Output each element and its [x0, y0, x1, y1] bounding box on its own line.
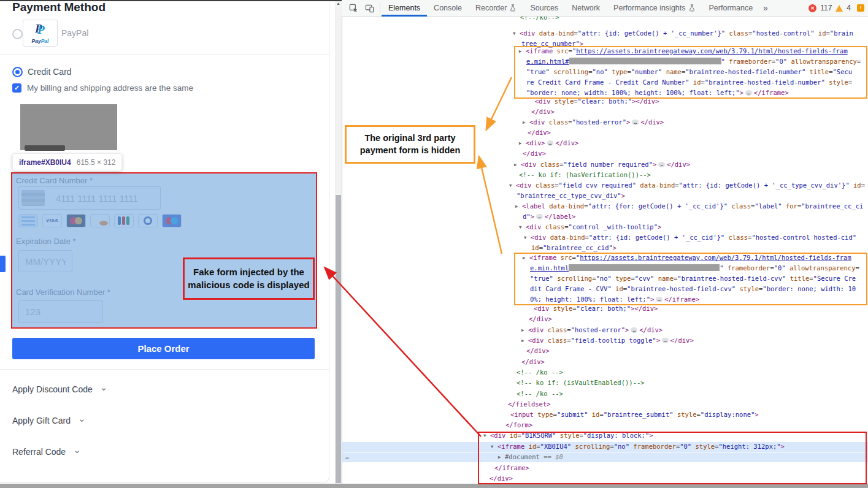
scrollbar-up-icon[interactable]: ▲ [335, 1, 342, 6]
billing-same-checkbox[interactable]: ✓ [12, 83, 21, 93]
code-token: "submit" [557, 411, 588, 418]
code-token: class [540, 161, 560, 168]
code-line[interactable]: ▶<div class="field number required">…</d… [514, 161, 690, 168]
code-line[interactable]: ▼<div data-bind="attr: {id: getCode() + … [513, 29, 853, 37]
code-line[interactable]: <input type="submit" id="braintree_submi… [510, 411, 759, 418]
place-order-button[interactable]: Place Order [12, 338, 315, 359]
expand-arrow-icon[interactable]: ▼ [509, 183, 516, 188]
ellipsis-button[interactable]: … [631, 327, 637, 333]
code-token: </div> [531, 108, 555, 115]
code-line[interactable]: <div style="clear: both;"></div> [534, 305, 658, 312]
fake-form-annotation: Fake form injected by the malicious code… [183, 257, 315, 300]
code-line[interactable]: <!-- /ko --> [517, 390, 563, 397]
code-line[interactable]: ▶<div class="field-tooltip toggle">…</di… [521, 337, 694, 344]
expand-arrow-icon[interactable]: ▼ [519, 224, 526, 230]
code-token: "hosted-error" [571, 326, 626, 334]
tab-elements[interactable]: Elements [382, 0, 427, 17]
code-token: <div [528, 337, 543, 344]
code-token: "attr: {id: getCode() + '_cc_cid'}" [589, 234, 724, 241]
expand-arrow-icon[interactable]: ▶ [514, 162, 521, 167]
accordion-apply-gift-card[interactable]: Apply Gift Card⌄ [12, 416, 86, 425]
code-line[interactable]: </div> [529, 315, 552, 322]
expand-arrow-icon[interactable]: ▶ [523, 120, 529, 125]
tab-network[interactable]: Network [565, 0, 607, 17]
inspect-element-icon[interactable] [349, 4, 358, 13]
more-tabs-button[interactable]: » [759, 3, 772, 13]
tab-console[interactable]: Console [427, 0, 469, 17]
code-line[interactable]: ▼<div class="control _with-tooltip"> [519, 223, 661, 231]
window-bottom-edge [0, 484, 868, 488]
tab-sources[interactable]: Sources [523, 0, 565, 17]
chevron-down-icon: ⌄ [73, 448, 81, 452]
ellipsis-button[interactable]: … [536, 214, 543, 219]
code-line[interactable]: </div> [528, 129, 551, 136]
code-line[interactable]: ▼<div class="field cvv required" data-bi… [509, 181, 865, 189]
beaker-icon [509, 4, 517, 12]
ellipsis-button[interactable]: … [662, 338, 669, 343]
code-token: d" [523, 213, 531, 220]
code-token: <!-- ko if: (hasVerification())--> [519, 171, 651, 178]
code-token: "braintree_cc_ci [801, 202, 863, 210]
code-line[interactable]: ▶<div class="hosted-error">…</div> [523, 118, 664, 126]
code-token: "field-tooltip toggle" [571, 337, 656, 344]
inspect-tooltip: iframe#XB0IU4 615.5 × 312 [12, 153, 122, 171]
issues-icon[interactable]: ! [857, 4, 864, 12]
code-line[interactable]: </div> [531, 108, 555, 115]
warning-icon[interactable] [835, 5, 843, 12]
paypal-logo[interactable]: P P PayPal [23, 20, 58, 47]
code-token: id [818, 29, 826, 37]
error-icon[interactable]: ✕ [808, 4, 816, 12]
expand-arrow-icon[interactable]: ▶ [521, 338, 528, 343]
expand-arrow-icon[interactable]: ▶ [521, 327, 528, 333]
code-line[interactable]: d">…</label> [523, 213, 575, 220]
code-line[interactable]: <!-- ko if: (hasVerification())--> [519, 171, 651, 178]
code-token: > [656, 337, 660, 344]
hidden-iframe-box-2 [514, 253, 867, 305]
code-line[interactable]: ▶<div class="hosted-error">…</div> [521, 326, 663, 334]
page-scrollbar-thumb[interactable] [336, 195, 341, 483]
devtools-toolbar: ElementsConsoleRecorderSourcesNetworkPer… [342, 0, 868, 17]
code-line[interactable]: </div> [521, 358, 545, 365]
code-token: for [786, 202, 797, 210]
code-line[interactable]: </div> [523, 150, 546, 157]
tab-performance[interactable]: Performance [702, 0, 760, 17]
code-token: class [549, 118, 569, 126]
code-token: <div [526, 223, 541, 231]
code-line[interactable]: <!-- /ko --> [517, 368, 563, 376]
device-toolbar-icon[interactable] [365, 4, 374, 13]
code-line[interactable]: ▶<div>…</div> [519, 139, 578, 147]
code-token: data-bind [539, 29, 574, 37]
code-token: <!-- ko if: (isVaultEnabled())--> [517, 379, 645, 386]
code-line[interactable]: <!-- ko if: (isVaultEnabled())--> [517, 379, 645, 386]
accordion-referral-code[interactable]: Referral Code⌄ [12, 447, 81, 457]
code-line[interactable]: ▶<label data-bind="attr: {for: getCode()… [515, 202, 863, 210]
node-more-actions-button[interactable]: … [345, 453, 349, 460]
code-line[interactable]: ▼<div data-bind="attr: {id: getCode() + … [524, 234, 856, 241]
code-line[interactable]: </form> [505, 421, 532, 429]
code-line[interactable]: "braintree_cc_type_cvv_div"> [517, 192, 625, 199]
tab-performance-insights[interactable]: Performance insights [607, 0, 702, 17]
ellipsis-button[interactable]: … [658, 162, 665, 167]
code-line[interactable]: </div> [526, 347, 550, 354]
tab-recorder[interactable]: Recorder [469, 0, 523, 17]
code-token: class [548, 337, 567, 344]
expand-arrow-icon[interactable]: ▶ [515, 204, 522, 209]
ellipsis-button[interactable]: … [547, 140, 554, 146]
paypal-radio[interactable] [12, 29, 23, 39]
code-line[interactable]: </fieldset> [508, 400, 551, 408]
ellipsis-button[interactable]: … [632, 120, 639, 125]
accordion-apply-discount-code[interactable]: Apply Discount Code⌄ [12, 384, 107, 394]
code-token: "braintree_submit" [604, 411, 674, 418]
credit-card-radio[interactable] [12, 67, 23, 77]
expand-arrow-icon[interactable]: ▶ [519, 140, 526, 146]
expand-arrow-icon[interactable]: ▼ [524, 235, 531, 240]
code-token: > [755, 411, 758, 418]
code-token: </div> [667, 161, 690, 168]
code-line[interactable]: id="braintree_cc_cid"> [531, 244, 616, 251]
code-token: <div [529, 118, 545, 126]
code-token: style [677, 411, 697, 418]
code-token: "braintree_cc_cid" [543, 244, 613, 251]
expand-arrow-icon[interactable]: ▼ [513, 31, 520, 36]
code-token: "clear: both;" [577, 305, 631, 312]
feedback-tab[interactable] [0, 256, 6, 272]
